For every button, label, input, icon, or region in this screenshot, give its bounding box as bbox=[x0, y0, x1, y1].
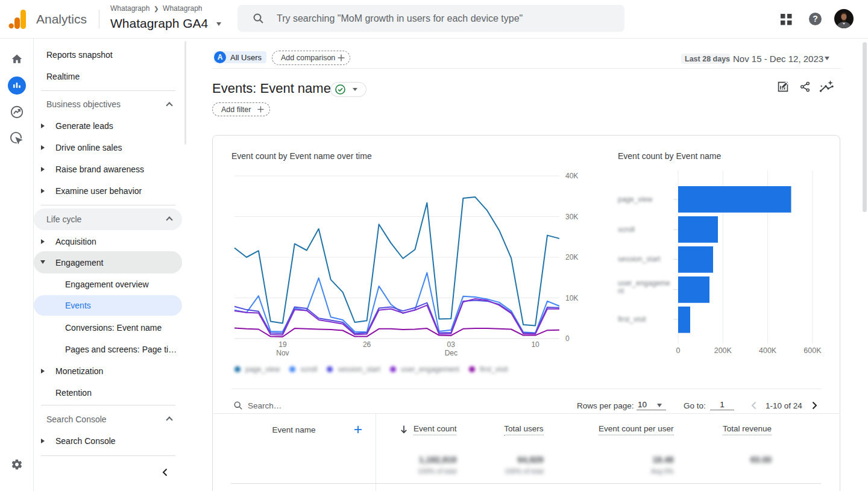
svg-text:Nov: Nov bbox=[276, 349, 289, 357]
svg-text:19: 19 bbox=[278, 340, 287, 349]
svg-text:26: 26 bbox=[363, 340, 371, 349]
svg-text:03: 03 bbox=[447, 340, 456, 349]
svg-text:40K: 40K bbox=[565, 172, 578, 180]
svg-text:10K: 10K bbox=[565, 294, 578, 302]
svg-text:600K: 600K bbox=[804, 346, 822, 355]
svg-text:0: 0 bbox=[565, 334, 570, 343]
svg-text:20K: 20K bbox=[565, 253, 578, 261]
svg-text:Dec: Dec bbox=[445, 349, 458, 357]
svg-text:0: 0 bbox=[676, 346, 681, 355]
svg-text:30K: 30K bbox=[565, 213, 578, 221]
svg-text:400K: 400K bbox=[759, 346, 777, 355]
svg-text:200K: 200K bbox=[714, 346, 732, 355]
svg-text:10: 10 bbox=[531, 340, 539, 349]
